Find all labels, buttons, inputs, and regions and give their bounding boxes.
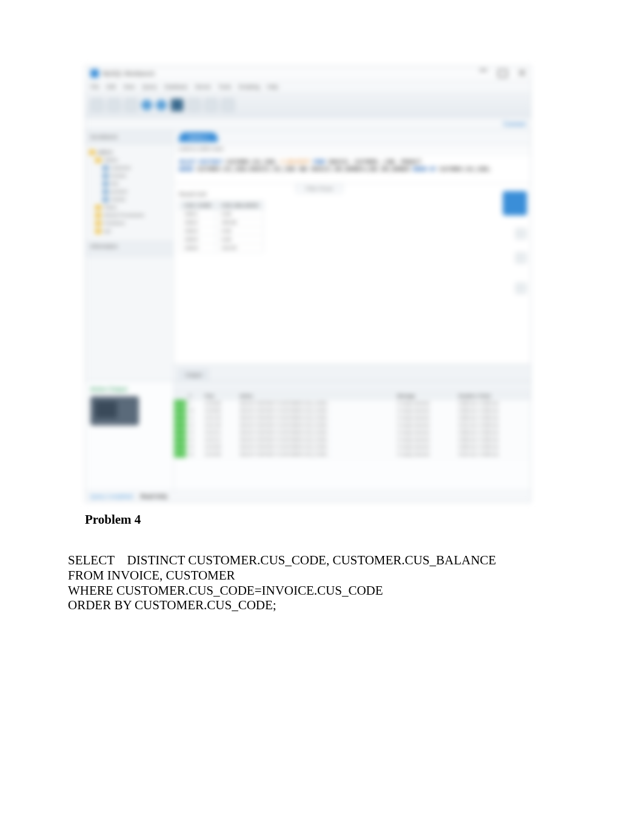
table-icon bbox=[102, 197, 109, 202]
col-message: Message bbox=[395, 393, 456, 400]
embedded-screenshot: MySQL Workbench File Edit View Query Dat… bbox=[85, 66, 531, 502]
menu-file[interactable]: File bbox=[90, 84, 99, 90]
schemas-header: SCHEMAS bbox=[86, 130, 173, 144]
output-row: 1113:21:35SELECT DISTINCT CUSTOMER.CUS_C… bbox=[174, 414, 531, 422]
tab-query1[interactable]: Query 1 bbox=[179, 132, 218, 142]
toolbar-open-icon[interactable] bbox=[107, 98, 121, 112]
menu-view[interactable]: View bbox=[123, 84, 135, 90]
sql-editor[interactable]: SELECT DISTINCT CUSTOMER.CUS_CODE, P_DES… bbox=[174, 157, 531, 184]
output-header bbox=[174, 381, 531, 393]
col-status bbox=[174, 393, 186, 400]
col-cus-balance[interactable]: CUS_BALANCE bbox=[216, 201, 263, 210]
document-body: Problem 4 SELECT DISTINCT CUSTOMER.CUS_C… bbox=[68, 512, 529, 613]
window-controls bbox=[480, 69, 526, 78]
table-vendor[interactable]: vendor bbox=[88, 195, 171, 203]
toolbar-commit-icon[interactable] bbox=[187, 98, 201, 112]
table-row[interactable]: 100140.00 bbox=[179, 227, 264, 235]
folder-icon bbox=[95, 158, 101, 163]
query-toolbar: Limit to 1000 rows bbox=[174, 144, 531, 157]
form-editor-icon[interactable] bbox=[515, 228, 527, 240]
navigator-sidebar: SCHEMAS saleco Tables customer invoice l… bbox=[86, 130, 174, 380]
schema-saleco[interactable]: saleco bbox=[88, 148, 171, 156]
views-node[interactable]: Views bbox=[88, 203, 171, 211]
toolbar-execute-selection-icon[interactable] bbox=[156, 100, 167, 110]
result-grid-label: Result Grid bbox=[179, 191, 206, 197]
output-row: 1013:20:05SELECT DISTINCT CUSTOMER.CUS_C… bbox=[174, 407, 531, 414]
table-icon bbox=[102, 174, 109, 178]
object-tabs: Query 1 bbox=[174, 130, 531, 144]
table-icon bbox=[102, 166, 109, 171]
table-row[interactable]: 10012345.86 bbox=[179, 218, 264, 227]
result-tabs: Output bbox=[174, 364, 531, 380]
table-product[interactable]: product bbox=[88, 188, 171, 195]
mysql-workbench-window: MySQL Workbench File Edit View Query Dat… bbox=[85, 66, 531, 502]
output-table: # Time Action Message Duration / Fetch 9… bbox=[174, 393, 531, 458]
folder-icon bbox=[95, 229, 101, 234]
tables-node[interactable]: Tables bbox=[88, 156, 171, 164]
tab-output[interactable]: Output bbox=[179, 369, 209, 380]
maximize-button[interactable] bbox=[498, 69, 508, 78]
app-icon bbox=[90, 69, 99, 78]
table-customer[interactable]: customer bbox=[88, 164, 171, 172]
result-grid[interactable]: CUS_CODE CUS_BALANCE 100110.0010012345.8… bbox=[179, 201, 264, 252]
action-output-icon bbox=[90, 396, 139, 425]
col-cus-code[interactable]: CUS_CODE bbox=[179, 201, 216, 210]
procedures-node[interactable]: Stored Procedures bbox=[88, 211, 171, 219]
col-time: Time bbox=[202, 393, 237, 400]
toolbar bbox=[86, 93, 531, 118]
titlebar: MySQL Workbench bbox=[86, 66, 531, 81]
statusbar: Query Completed Read Only bbox=[86, 490, 531, 502]
minimize-button[interactable] bbox=[480, 69, 487, 71]
action-output-label: Action Output bbox=[90, 386, 169, 393]
connect-link[interactable]: Connect bbox=[503, 121, 526, 127]
table-row[interactable]: 100150.00 bbox=[179, 235, 264, 244]
output-area: Action Output # Time Action Message Dura… bbox=[86, 380, 531, 490]
menu-server[interactable]: Server bbox=[195, 84, 211, 90]
sql-code-block: SELECT DISTINCT CUSTOMER.CUS_CODE, CUSTO… bbox=[68, 553, 529, 613]
query-stats-icon[interactable] bbox=[515, 282, 527, 294]
menu-edit[interactable]: Edit bbox=[107, 84, 116, 90]
information-panel: Information bbox=[86, 241, 173, 257]
menu-database[interactable]: Database bbox=[164, 84, 188, 90]
ribbon: Connect bbox=[86, 118, 531, 130]
toolbar-save-icon[interactable] bbox=[124, 98, 138, 112]
close-button[interactable] bbox=[518, 69, 526, 76]
output-row: 1213:21:35SELECT DISTINCT CUSTOMER.CUS_C… bbox=[174, 422, 531, 429]
main-area: Query 1 Limit to 1000 rows SELECT DISTIN… bbox=[174, 130, 531, 380]
toolbar-new-icon[interactable] bbox=[90, 98, 104, 112]
field-types-icon[interactable] bbox=[515, 252, 527, 264]
output-row: 1513:24:09SELECT DISTINCT CUSTOMER.CUS_C… bbox=[174, 444, 531, 451]
action-panel: Action Output bbox=[86, 381, 174, 490]
menubar: File Edit View Query Database Server Too… bbox=[86, 81, 531, 93]
toolbar-rollback-icon[interactable] bbox=[204, 98, 218, 112]
results-panel: Result Grid Filter Rows CUS_CODE CUS_BAL… bbox=[174, 184, 531, 364]
table-row[interactable]: 100110.00 bbox=[179, 210, 264, 218]
menu-scripting[interactable]: Scripting bbox=[238, 84, 260, 90]
schema-sys[interactable]: sys bbox=[88, 227, 171, 235]
output-log: # Time Action Message Duration / Fetch 9… bbox=[174, 381, 531, 490]
problem-heading: Problem 4 bbox=[85, 512, 529, 527]
folder-icon bbox=[95, 213, 101, 218]
menu-tools[interactable]: Tools bbox=[218, 84, 231, 90]
toolbar-stop-icon[interactable] bbox=[170, 98, 184, 112]
functions-node[interactable]: Functions bbox=[88, 219, 171, 227]
col-duration: Duration / Fetch bbox=[456, 393, 531, 400]
toolbar-explain-icon[interactable] bbox=[221, 98, 235, 112]
table-row[interactable]: 10018216.55 bbox=[179, 244, 264, 252]
status-readonly: Read Only bbox=[141, 493, 168, 499]
folder-icon bbox=[89, 150, 95, 155]
menu-query[interactable]: Query bbox=[142, 84, 157, 90]
folder-icon bbox=[95, 205, 101, 210]
menu-help[interactable]: Help bbox=[267, 84, 278, 90]
toolbar-execute-icon[interactable] bbox=[141, 100, 152, 110]
table-invoice[interactable]: invoice bbox=[88, 172, 171, 180]
table-icon bbox=[102, 181, 109, 186]
schema-tree: saleco Tables customer invoice line prod… bbox=[86, 144, 173, 241]
output-row: 1313:22:41SELECT DISTINCT CUSTOMER.CUS_C… bbox=[174, 429, 531, 436]
output-row: 913:20:05SELECT DISTINCT CUSTOMER.CUS_CO… bbox=[174, 400, 531, 407]
workspace: SCHEMAS saleco Tables customer invoice l… bbox=[86, 130, 531, 380]
table-line[interactable]: line bbox=[88, 180, 171, 188]
result-grid-toggle-icon[interactable] bbox=[503, 191, 527, 215]
col-action: Action bbox=[237, 393, 395, 400]
filter-rows[interactable]: Filter Rows bbox=[295, 184, 343, 194]
